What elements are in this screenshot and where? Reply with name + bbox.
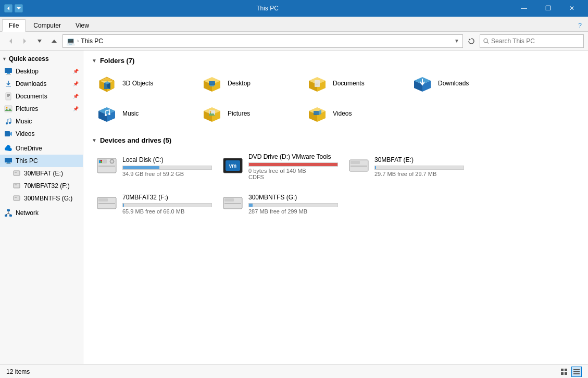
desktop-icon bbox=[4, 67, 12, 75]
drives-grid: Local Disk (C:) 34.9 GB free of 59.2 GB … bbox=[92, 148, 580, 222]
local-disk-bar bbox=[123, 166, 159, 169]
drive-70mbfat32-f[interactable]: 70MBFAT32 (F:) 65.9 MB free of 66.0 MB bbox=[92, 186, 217, 222]
main-layout: ▼ Quick access Desktop 📌 Downloads 📌 Doc… bbox=[0, 51, 588, 364]
search-input[interactable] bbox=[491, 37, 580, 45]
svg-rect-83 bbox=[573, 371, 580, 372]
details-view-button[interactable] bbox=[571, 367, 582, 377]
recent-locations-button[interactable] bbox=[33, 35, 46, 47]
address-bar: 💻 › This PC ▼ bbox=[0, 32, 588, 51]
drive-local-c[interactable]: Local Disk (C:) 34.9 GB free of 59.2 GB bbox=[92, 148, 217, 185]
folder-desktop[interactable]: Desktop bbox=[197, 69, 301, 98]
svg-rect-10 bbox=[7, 73, 10, 74]
path-text: This PC bbox=[81, 37, 103, 45]
maximize-button[interactable]: ❐ bbox=[536, 0, 560, 17]
svg-rect-13 bbox=[7, 94, 10, 95]
drive-dvd-d[interactable]: vm DVD Drive (D:) VMware Tools 0 bytes f… bbox=[218, 148, 343, 185]
forward-button[interactable] bbox=[19, 35, 31, 47]
tab-file[interactable]: File bbox=[2, 19, 26, 32]
svg-rect-30 bbox=[15, 197, 17, 198]
svg-rect-47 bbox=[316, 82, 319, 82]
drives-toggle[interactable]: ▼ bbox=[92, 137, 97, 143]
drive-30mbfat-e[interactable]: 30MBFAT (E:) 29.7 MB free of 29.7 MB bbox=[344, 148, 469, 185]
minimize-button[interactable]: — bbox=[512, 0, 536, 17]
70mbfat32-info: 70MBFAT32 (F:) 65.9 MB free of 66.0 MB bbox=[122, 194, 212, 215]
local-disk-icon bbox=[96, 156, 117, 177]
sidebar-item-pictures[interactable]: Pictures 📌 bbox=[0, 103, 83, 115]
svg-rect-25 bbox=[14, 171, 20, 175]
sidebar-item-network[interactable]: Network bbox=[0, 207, 83, 219]
thispc-label: This PC bbox=[16, 157, 79, 165]
pictures-icon bbox=[4, 105, 12, 113]
large-icons-view-button[interactable] bbox=[559, 367, 569, 377]
folder-music[interactable]: Music bbox=[92, 99, 196, 128]
sidebar-item-downloads[interactable]: Downloads 📌 bbox=[0, 78, 83, 90]
30mbfat-bar-container bbox=[374, 166, 464, 170]
ribbon-tabs: File Computer View ? bbox=[0, 17, 588, 31]
tb-back[interactable] bbox=[4, 4, 12, 12]
folder-pictures-icon bbox=[202, 103, 222, 124]
onedrive-icon bbox=[4, 144, 12, 153]
300mbntfs-bar-container bbox=[248, 203, 338, 207]
sidebar-item-30mbfat[interactable]: 30MBFAT (E:) bbox=[0, 167, 83, 180]
sidebar-item-documents[interactable]: Documents 📌 bbox=[0, 90, 83, 103]
drive-e-icon bbox=[12, 169, 21, 178]
up-button[interactable] bbox=[48, 35, 60, 47]
downloads-icon bbox=[4, 80, 12, 88]
dvd-drive-name: DVD Drive (D:) VMware Tools bbox=[248, 153, 338, 160]
svg-rect-11 bbox=[6, 74, 11, 74]
300mbntfs-bar bbox=[249, 204, 253, 207]
pin-icon-pics: 📌 bbox=[73, 106, 79, 111]
svg-line-8 bbox=[487, 42, 489, 43]
back-button[interactable] bbox=[4, 35, 17, 47]
svg-rect-64 bbox=[99, 161, 101, 163]
folder-pictures[interactable]: Pictures bbox=[197, 99, 301, 128]
music-label: Music bbox=[16, 118, 79, 125]
videos-label: Videos bbox=[16, 130, 79, 137]
local-disk-name: Local Disk (C:) bbox=[122, 156, 212, 163]
refresh-button[interactable] bbox=[465, 35, 478, 47]
pin-icon-dl: 📌 bbox=[73, 81, 79, 86]
svg-rect-44 bbox=[209, 81, 215, 85]
300mbntfs-info: 300MBNTFS (G:) 287 MB free of 299 MB bbox=[248, 194, 338, 215]
svg-rect-46 bbox=[315, 80, 320, 87]
svg-rect-76 bbox=[224, 198, 234, 201]
drive-300mbntfs-g[interactable]: 300MBNTFS (G:) 287 MB free of 299 MB bbox=[218, 186, 343, 222]
drives-title: Devices and drives (5) bbox=[100, 136, 171, 144]
folder-downloads[interactable]: Downloads bbox=[407, 69, 511, 98]
tb-down[interactable] bbox=[15, 4, 23, 12]
search-box[interactable] bbox=[480, 34, 584, 48]
network-icon bbox=[4, 209, 12, 217]
folder-3d-icon bbox=[96, 73, 117, 94]
svg-point-7 bbox=[484, 39, 487, 42]
folder-documents[interactable]: Documents bbox=[302, 69, 406, 98]
sidebar-item-desktop[interactable]: Desktop 📌 bbox=[0, 65, 83, 78]
quick-access-header[interactable]: ▼ Quick access bbox=[0, 53, 83, 65]
sidebar-item-music[interactable]: Music bbox=[0, 115, 83, 128]
close-button[interactable]: ✕ bbox=[560, 0, 584, 17]
status-bar: 12 items bbox=[0, 364, 588, 378]
help-button[interactable]: ? bbox=[574, 20, 586, 31]
pin-icon-docs: 📌 bbox=[73, 94, 79, 99]
sidebar-item-300mbntfs[interactable]: 300MBNTFS (G:) bbox=[0, 192, 83, 205]
folders-toggle[interactable]: ▼ bbox=[92, 58, 97, 64]
svg-rect-73 bbox=[98, 198, 108, 201]
svg-rect-29 bbox=[14, 196, 20, 200]
70mbfat32-bar bbox=[123, 204, 124, 207]
drives-section-header: ▼ Devices and drives (5) bbox=[92, 136, 580, 144]
address-path[interactable]: 💻 › This PC ▼ bbox=[62, 34, 463, 48]
window-title: This PC bbox=[26, 5, 509, 12]
tab-view[interactable]: View bbox=[69, 19, 96, 31]
svg-rect-20 bbox=[5, 131, 10, 136]
300mbntfs-label: 300MBNTFS (G:) bbox=[24, 195, 79, 202]
tab-computer[interactable]: Computer bbox=[27, 19, 68, 31]
svg-marker-4 bbox=[37, 40, 42, 43]
sidebar-item-thispc[interactable]: This PC bbox=[0, 155, 83, 167]
sidebar-item-70mbfat32[interactable]: 70MBFAT32 (F:) bbox=[0, 180, 83, 192]
folder-3d-objects[interactable]: 3D Objects bbox=[92, 69, 196, 98]
svg-rect-22 bbox=[5, 158, 12, 162]
folder-videos[interactable]: Videos bbox=[302, 99, 406, 128]
sidebar-item-onedrive[interactable]: OneDrive bbox=[0, 142, 83, 155]
sidebar-item-videos[interactable]: Videos bbox=[0, 128, 83, 140]
svg-point-18 bbox=[6, 122, 8, 124]
svg-rect-33 bbox=[9, 215, 12, 217]
